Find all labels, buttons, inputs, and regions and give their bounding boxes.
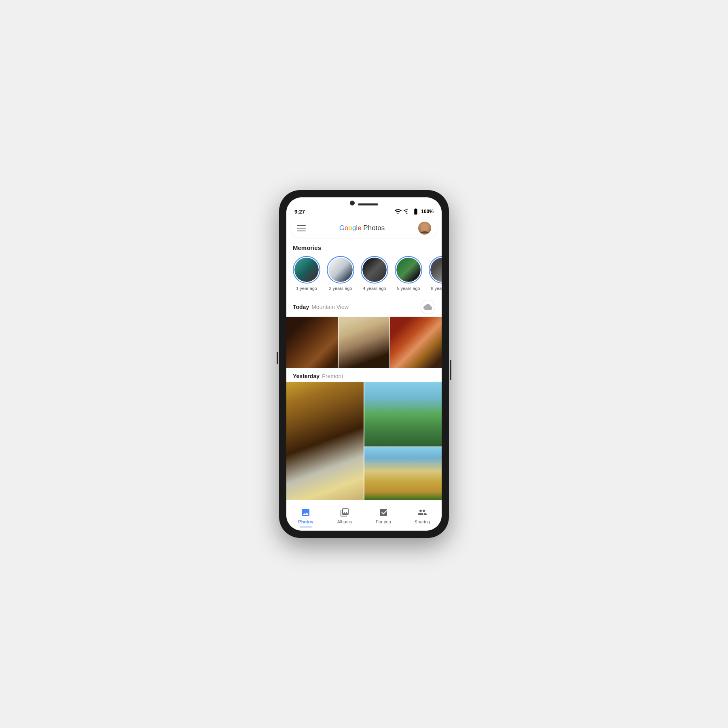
- memory-item-1yr[interactable]: 1 year ago: [293, 256, 320, 291]
- memory-label-8yr: 8 years ago: [431, 286, 442, 291]
- bottom-nav: Photos Albums For you: [286, 502, 442, 531]
- avatar-image: [418, 222, 431, 235]
- phone-screen: 9:27 100%: [286, 197, 442, 531]
- nav-photos[interactable]: Photos: [286, 506, 325, 529]
- yesterday-photo-grid: [286, 382, 442, 501]
- today-label: Today: [293, 304, 309, 310]
- memory-circle-4yr: [361, 256, 388, 284]
- memory-circle-1yr: [293, 256, 320, 284]
- cloud-icon: [423, 303, 432, 311]
- yesterday-date-text: Yesterday Fremont: [293, 373, 343, 379]
- phone-frame: 9:27 100%: [279, 190, 449, 538]
- memory-item-8yr[interactable]: 8 years ago: [429, 256, 442, 291]
- svg-point-0: [422, 224, 427, 229]
- memory-circle-8yr: [429, 256, 442, 284]
- today-location: Mountain View: [311, 304, 349, 310]
- for-you-nav-icon: [378, 507, 389, 518]
- memory-item-5yr[interactable]: 5 years ago: [395, 256, 422, 291]
- status-icons: 100%: [394, 208, 434, 215]
- photos-nav-icon: [301, 507, 311, 518]
- yesterday-section-header: Yesterday Fremont: [286, 369, 442, 382]
- memory-item-2yr[interactable]: 2 years ago: [327, 256, 354, 291]
- time-display: 9:27: [294, 209, 305, 215]
- camera: [350, 201, 355, 205]
- menu-button[interactable]: [297, 225, 306, 231]
- main-content: Memories 1 year ago: [286, 239, 442, 502]
- yesterday-photo-vineyard[interactable]: [364, 382, 442, 447]
- photos-nav-label: Photos: [298, 519, 313, 524]
- status-bar: 9:27 100%: [286, 207, 442, 217]
- memory-label-4yr: 4 years ago: [363, 286, 386, 291]
- speaker: [358, 203, 378, 205]
- memory-label-2yr: 2 years ago: [329, 286, 352, 291]
- wifi-icon: [394, 208, 402, 215]
- albums-nav-icon: [339, 507, 350, 518]
- avatar[interactable]: [418, 222, 431, 235]
- memory-label-1yr: 1 year ago: [296, 286, 317, 291]
- yesterday-location: Fremont: [322, 373, 343, 379]
- notch: [286, 197, 442, 207]
- yesterday-photo-church[interactable]: [364, 447, 442, 500]
- memories-row: 1 year ago 2 years ago: [286, 254, 442, 296]
- today-photo-2[interactable]: [339, 317, 390, 368]
- today-photo-1[interactable]: [286, 317, 338, 368]
- today-photo-3[interactable]: [390, 317, 442, 368]
- yesterday-label: Yesterday: [293, 373, 320, 379]
- google-photos-logo: Google Photos: [311, 224, 413, 232]
- memory-item-4yr[interactable]: 4 years ago: [361, 256, 388, 291]
- sharing-nav-label: Sharing: [415, 519, 430, 524]
- toolbar: Google Photos: [290, 218, 438, 238]
- albums-nav-label: Albums: [337, 519, 352, 524]
- memories-header: Memories: [286, 239, 442, 254]
- battery-percent: 100%: [421, 209, 434, 214]
- nav-sharing[interactable]: Sharing: [403, 506, 442, 529]
- signal-icon: [403, 208, 411, 215]
- today-photo-grid: [286, 317, 442, 369]
- nav-for-you[interactable]: For you: [364, 506, 403, 529]
- today-date-text: Today Mountain View: [293, 304, 349, 310]
- photos-nav-indicator: [300, 527, 312, 527]
- memory-label-5yr: 5 years ago: [397, 286, 420, 291]
- yesterday-photo-winery[interactable]: [286, 382, 364, 500]
- sharing-nav-icon: [417, 507, 427, 518]
- for-you-nav-label: For you: [376, 519, 391, 524]
- nav-albums[interactable]: Albums: [325, 506, 364, 529]
- backup-button[interactable]: [421, 300, 435, 314]
- battery-icon: [412, 208, 419, 215]
- today-section-header: Today Mountain View: [286, 296, 442, 317]
- memory-circle-5yr: [395, 256, 422, 284]
- memory-circle-2yr: [327, 256, 354, 284]
